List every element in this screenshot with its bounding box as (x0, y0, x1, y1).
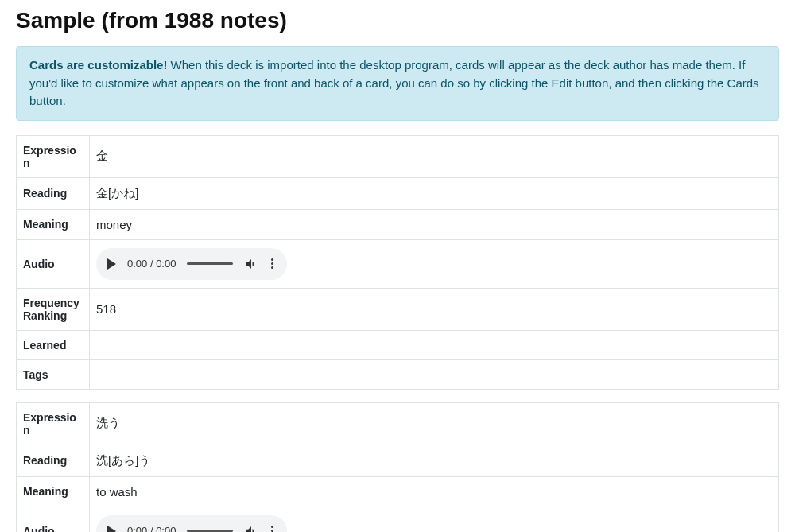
label-meaning: Meaning (17, 209, 90, 239)
play-icon[interactable] (107, 526, 116, 533)
audio-player[interactable]: 0:00 / 0:00 (96, 515, 287, 533)
kebab-menu-icon[interactable] (270, 258, 275, 269)
label-reading: Reading (17, 177, 90, 209)
info-alert: Cards are customizable! When this deck i… (16, 46, 779, 121)
value-expression: 金 (90, 135, 779, 177)
value-reading: 洗[あら]う (90, 445, 779, 476)
note-table: Expression 洗う Reading 洗[あら]う Meaning to … (16, 402, 779, 533)
label-audio: Audio (17, 507, 90, 532)
volume-icon[interactable] (244, 257, 258, 271)
value-expression: 洗う (90, 402, 779, 445)
label-expression: Expression (17, 135, 90, 177)
page-title: Sample (from 1988 notes) (16, 8, 779, 33)
value-meaning: money (90, 209, 779, 239)
value-meaning: to wash (90, 476, 779, 507)
label-learned: Learned (17, 330, 90, 359)
value-learned (90, 330, 779, 359)
alert-bold: Cards are customizable! (29, 58, 167, 72)
label-tags: Tags (17, 359, 90, 389)
volume-icon[interactable] (244, 524, 258, 533)
value-reading: 金[かね] (90, 177, 779, 209)
note-table: Expression 金 Reading 金[かね] Meaning money… (16, 135, 779, 390)
kebab-menu-icon[interactable] (270, 526, 275, 532)
audio-time: 0:00 / 0:00 (127, 525, 176, 532)
label-expression: Expression (17, 402, 90, 445)
play-icon[interactable] (107, 258, 116, 270)
label-reading: Reading (17, 445, 90, 476)
label-frequency: Frequency Ranking (17, 288, 90, 330)
audio-progress[interactable] (187, 262, 233, 265)
audio-time: 0:00 / 0:00 (127, 258, 176, 270)
audio-player[interactable]: 0:00 / 0:00 (96, 248, 287, 280)
label-meaning: Meaning (17, 476, 90, 507)
value-tags (90, 359, 779, 389)
label-audio: Audio (17, 239, 90, 288)
value-frequency: 518 (90, 288, 779, 330)
